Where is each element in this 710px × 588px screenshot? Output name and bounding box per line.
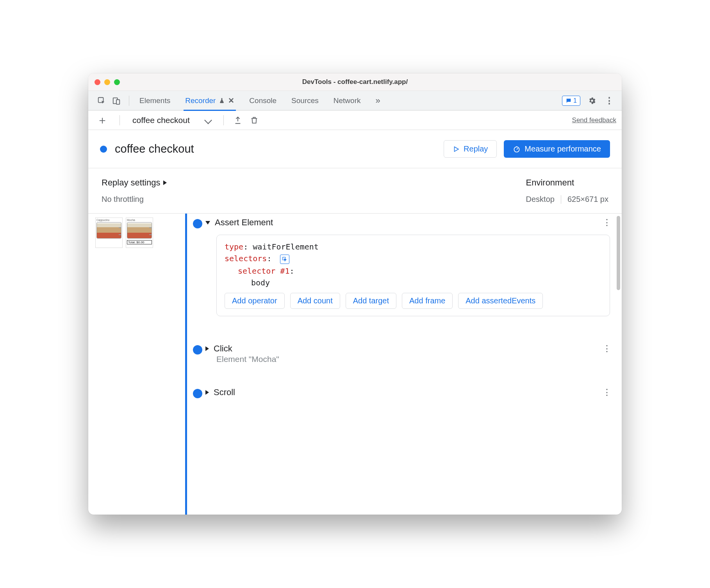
titlebar: DevTools - coffee-cart.netlify.app/ (88, 73, 622, 91)
step-thumbnail[interactable]: Cappucino (95, 217, 123, 248)
step-title: Click (214, 344, 232, 354)
code-key: selector #1 (238, 266, 289, 276)
divider (120, 115, 120, 125)
measure-performance-button[interactable]: Measure performance (504, 140, 610, 158)
tab-label: Recorder (185, 96, 216, 105)
step-menu-icon[interactable]: ⋮ (603, 217, 610, 228)
step-menu-icon[interactable]: ⋮ (603, 387, 610, 397)
device-value: Desktop (526, 195, 555, 204)
add-frame-button[interactable]: Add frame (402, 293, 453, 309)
step-header[interactable]: Assert Element ⋮ (205, 217, 610, 228)
new-recording-button[interactable]: ＋ (94, 113, 111, 128)
add-count-button[interactable]: Add count (290, 293, 340, 309)
timeline[interactable]: Assert Element ⋮ type: waitForElement se… (166, 214, 622, 515)
environment-label: Environment (526, 178, 608, 188)
settings-icon[interactable] (587, 95, 598, 106)
panel-tabs: Elements Recorder ✕ Console Sources Netw… (138, 91, 382, 110)
recording-selector[interactable]: coffee checkout (128, 116, 215, 125)
status-dot-icon (100, 146, 107, 153)
recording-name: coffee checkout (132, 116, 190, 125)
tab-label: Network (334, 96, 361, 105)
step-thumbnail[interactable]: Mocha Total: $0.00 (126, 217, 153, 248)
minimize-window-button[interactable] (104, 79, 110, 85)
messages-badge[interactable]: 1 (562, 96, 580, 106)
close-tab-icon[interactable]: ✕ (228, 96, 234, 105)
code-value: waitForElement (253, 242, 319, 251)
tab-label: Console (249, 96, 277, 105)
recording-title: coffee checkout (115, 143, 194, 155)
divider (561, 195, 561, 204)
throttling-value: No throttling (102, 195, 167, 204)
messages-count: 1 (573, 97, 577, 104)
devtools-window: DevTools - coffee-cart.netlify.app/ Elem… (88, 73, 622, 515)
chevron-right-icon (163, 180, 167, 185)
recorder-toolbar: ＋ coffee checkout Send feedback (88, 110, 622, 130)
export-icon[interactable] (232, 115, 243, 126)
replay-settings-toggle[interactable]: Replay settings (102, 178, 167, 188)
step-title: Scroll (214, 387, 235, 397)
viewport-value: 625×671 px (567, 195, 608, 204)
timeline-area: Cappucino Mocha Total: $0.00 Assert Elem… (88, 214, 622, 515)
step-title: Assert Element (215, 217, 273, 228)
element-picker-icon[interactable] (280, 255, 289, 264)
code-key: type (225, 242, 243, 251)
step-assert-element: Assert Element ⋮ type: waitForElement se… (178, 217, 610, 316)
thumbnail-column: Cappucino Mocha Total: $0.00 (88, 214, 166, 515)
recording-header: coffee checkout Replay Measure performan… (88, 130, 622, 168)
replay-button-label: Replay (464, 144, 488, 153)
thumb-label: Cappucino (96, 219, 121, 221)
code-key: selectors (225, 254, 267, 263)
step-body: type: waitForElement selectors: selector… (216, 235, 610, 316)
tab-elements[interactable]: Elements (138, 91, 172, 110)
settings-row: Replay settings No throttling Environmen… (88, 168, 622, 214)
chevron-right-icon (205, 346, 209, 351)
flask-icon (219, 98, 225, 104)
step-dot-icon (193, 345, 202, 355)
step-dot-icon (193, 219, 202, 228)
step-click: Click ⋮ Element "Mocha" (178, 344, 610, 364)
step-header[interactable]: Click ⋮ (205, 344, 610, 354)
step-scroll: Scroll ⋮ (178, 387, 610, 397)
tab-label: Elements (139, 96, 170, 105)
replay-settings-label: Replay settings (102, 178, 160, 188)
divider (129, 96, 129, 106)
divider (223, 115, 224, 125)
chevron-down-icon (205, 221, 210, 225)
send-feedback-link[interactable]: Send feedback (572, 116, 616, 124)
svg-rect-2 (116, 100, 120, 104)
chevron-right-icon (205, 390, 209, 395)
step-header[interactable]: Scroll ⋮ (205, 387, 610, 397)
window-title: DevTools - coffee-cart.netlify.app/ (95, 78, 615, 86)
add-operator-button[interactable]: Add operator (225, 293, 285, 309)
tab-label: Sources (291, 96, 319, 105)
tab-recorder[interactable]: Recorder ✕ (184, 91, 236, 111)
tabs-bar: Elements Recorder ✕ Console Sources Netw… (88, 91, 622, 110)
step-dot-icon (193, 389, 202, 398)
thumb-total: Total: $0.00 (127, 240, 152, 244)
more-icon[interactable]: ⋮ (604, 95, 615, 106)
tab-overflow[interactable]: » (374, 91, 382, 110)
add-assertedevents-button[interactable]: Add assertedEvents (458, 293, 543, 309)
close-window-button[interactable] (95, 79, 100, 85)
measure-button-label: Measure performance (524, 144, 601, 153)
tab-console[interactable]: Console (248, 91, 278, 110)
tab-sources[interactable]: Sources (290, 91, 320, 110)
delete-icon[interactable] (249, 115, 260, 126)
maximize-window-button[interactable] (114, 79, 120, 85)
device-toolbar-icon[interactable] (111, 95, 122, 106)
traffic-lights (95, 79, 120, 85)
inspect-element-icon[interactable] (96, 95, 107, 106)
add-target-button[interactable]: Add target (346, 293, 396, 309)
chevron-down-icon (204, 116, 212, 124)
step-subtitle: Element "Mocha" (205, 355, 610, 364)
tab-network[interactable]: Network (332, 91, 362, 110)
code-value[interactable]: body (251, 278, 270, 287)
replay-button[interactable]: Replay (444, 140, 497, 158)
thumb-label: Mocha (127, 219, 152, 221)
scrollbar[interactable] (617, 216, 620, 290)
step-menu-icon[interactable]: ⋮ (603, 344, 610, 354)
